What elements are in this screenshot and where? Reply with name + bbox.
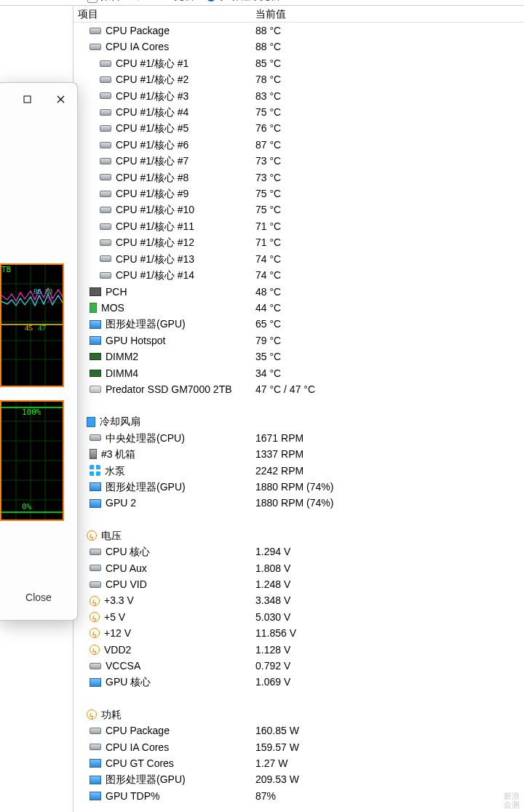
sensor-table[interactable]: 项目 当前值 CPU Package88 °CCPU IA Cores88 °C… xyxy=(73,6,524,812)
graph-label-47: 47 xyxy=(38,323,47,332)
temps-row[interactable]: GPU Hotspot79 °C xyxy=(74,333,524,349)
chip-icon xyxy=(100,207,111,213)
graph2-label-top: 100% xyxy=(22,407,41,417)
temps-value: 47 °C / 47 °C xyxy=(255,381,524,397)
blank-row xyxy=(74,397,524,413)
window-close-button[interactable] xyxy=(44,87,77,111)
chip-icon xyxy=(90,728,101,734)
fans-value: 1880 RPM (74%) xyxy=(255,479,524,495)
section-fans[interactable]: 冷却风扇 xyxy=(74,413,524,429)
chip-icon xyxy=(100,158,111,164)
volts-label: CPU Aux xyxy=(106,560,147,576)
power-value: 159.57 W xyxy=(255,739,524,755)
volts-value: 1.248 V xyxy=(255,576,524,592)
temps-row[interactable]: CPU #1/核心 #873 °C xyxy=(74,170,524,186)
temps-row[interactable]: CPU #1/核心 #1374 °C xyxy=(74,251,524,267)
temps-row[interactable]: PCH48 °C xyxy=(74,284,524,300)
temps-row[interactable]: 图形处理器(GPU)65 °C xyxy=(74,316,524,332)
volts-row[interactable]: VCCSA0.792 V xyxy=(74,658,524,674)
temps-row[interactable]: CPU #1/核心 #383 °C xyxy=(74,88,524,104)
fans-value: 1337 RPM xyxy=(255,446,524,462)
fans-row[interactable]: 图形处理器(GPU)1880 RPM (74%) xyxy=(74,479,524,495)
fans-row[interactable]: #3 机箱1337 RPM xyxy=(74,446,524,462)
volts-row[interactable]: +3.3 V3.348 V xyxy=(74,592,524,608)
graph-label-83: 83 xyxy=(45,287,52,295)
bolt-icon xyxy=(87,709,97,720)
temps-label: CPU #1/核心 #2 xyxy=(116,71,188,87)
temps-row[interactable]: DIMM434 °C xyxy=(74,365,524,381)
power-row[interactable]: CPU GT Cores1.27 W xyxy=(74,755,524,771)
temps-row[interactable]: Predator SSD GM7000 2TB47 °C / 47 °C xyxy=(74,381,524,397)
chip-icon xyxy=(90,565,101,571)
fans-row[interactable]: GPU 21880 RPM (74%) xyxy=(74,495,524,511)
gpu-icon xyxy=(90,759,101,768)
document-icon xyxy=(87,0,98,3)
chip-icon xyxy=(90,581,101,588)
temps-row[interactable]: CPU #1/核心 #1271 °C xyxy=(74,234,524,250)
section-power[interactable]: 功耗 xyxy=(74,706,524,723)
volts-row[interactable]: VDD21.128 V xyxy=(74,642,524,658)
temps-row[interactable]: CPU #1/核心 #687 °C xyxy=(74,137,524,153)
column-header-name[interactable]: 项目 xyxy=(74,6,255,22)
temps-row[interactable]: CPU #1/核心 #475 °C xyxy=(74,104,524,120)
bolt-icon xyxy=(90,612,100,622)
volts-row[interactable]: CPU Aux1.808 V xyxy=(74,560,524,576)
power-row[interactable]: CPU Package160.85 W xyxy=(74,723,524,739)
temps-value: 76 °C xyxy=(255,120,524,136)
volts-row[interactable]: CPU 核心1.294 V xyxy=(74,544,524,560)
volts-row[interactable]: CPU VID1.248 V xyxy=(74,576,524,592)
fans-row[interactable]: 水泵2242 RPM xyxy=(74,463,524,479)
temps-value: 73 °C xyxy=(255,153,524,169)
volts-row[interactable]: GPU 核心1.069 V xyxy=(74,674,524,690)
temps-row[interactable]: MOS44 °C xyxy=(74,300,524,316)
volts-value: 1.294 V xyxy=(255,544,524,560)
toolbar-bios-label: BIOS 更新 xyxy=(147,0,194,3)
fans-row[interactable]: 中央处理器(CPU)1671 RPM xyxy=(74,430,524,446)
pump-icon xyxy=(90,465,100,476)
power-label: 图形处理器(GPU) xyxy=(106,771,186,787)
maximize-button[interactable] xyxy=(10,87,44,111)
temps-row[interactable]: CPU Package88 °C xyxy=(74,23,524,39)
fans-value: 2242 RPM xyxy=(255,463,524,479)
bolt-icon xyxy=(90,596,100,606)
temps-row[interactable]: CPU #1/核心 #1171 °C xyxy=(74,218,524,234)
power-label: CPU IA Cores xyxy=(106,739,169,755)
temps-label: CPU #1/核心 #10 xyxy=(116,202,194,218)
temps-row[interactable]: CPU #1/核心 #1075 °C xyxy=(74,202,524,218)
temps-row[interactable]: CPU #1/核心 #975 °C xyxy=(74,186,524,202)
toolbar-bios-update[interactable]: BIOS 更新 xyxy=(132,0,194,3)
section-voltage[interactable]: 电压 xyxy=(74,528,524,544)
volts-value: 11.856 V xyxy=(255,625,524,641)
bolt-icon xyxy=(90,628,100,638)
temps-row[interactable]: CPU IA Cores88 °C xyxy=(74,39,524,55)
temps-row[interactable]: DIMM235 °C xyxy=(74,349,524,365)
chip-icon xyxy=(100,76,111,83)
temps-label: CPU #1/核心 #1 xyxy=(116,55,188,71)
temps-row[interactable]: CPU #1/核心 #1474 °C xyxy=(74,267,524,283)
temps-value: 88 °C xyxy=(255,23,524,39)
temps-value: 74 °C xyxy=(255,251,524,267)
chip-icon xyxy=(100,60,111,67)
column-header-value[interactable]: 当前值 xyxy=(255,6,524,22)
svg-rect-0 xyxy=(24,96,31,103)
chip-icon xyxy=(100,239,111,246)
temps-row[interactable]: CPU #1/核心 #773 °C xyxy=(74,153,524,169)
power-row[interactable]: CPU IA Cores159.57 W xyxy=(74,739,524,755)
temperature-graph: TB 86 83 75 45 47 xyxy=(0,263,64,387)
temps-row[interactable]: CPU #1/核心 #576 °C xyxy=(74,120,524,136)
usage-graph: 100% 0% xyxy=(0,400,64,521)
graph-label-tb: TB xyxy=(1,265,12,274)
toolbar-report[interactable]: 报告 xyxy=(87,0,121,3)
close-button[interactable]: Close xyxy=(13,586,64,608)
volts-row[interactable]: +12 V11.856 V xyxy=(74,625,524,641)
toolbar-driver-update[interactable]: 驱动程序更新 xyxy=(206,0,280,3)
gpu-icon xyxy=(90,320,101,329)
power-row[interactable]: 图形处理器(GPU)209.53 W xyxy=(74,771,524,787)
temps-row[interactable]: CPU #1/核心 #278 °C xyxy=(74,71,524,87)
temps-row[interactable]: CPU #1/核心 #185 °C xyxy=(74,55,524,71)
temps-value: 71 °C xyxy=(255,234,524,250)
power-row[interactable]: GPU TDP%87% xyxy=(74,788,524,804)
volts-value: 1.128 V xyxy=(255,642,524,658)
chip-icon xyxy=(90,434,101,441)
volts-row[interactable]: +5 V5.030 V xyxy=(74,609,524,625)
